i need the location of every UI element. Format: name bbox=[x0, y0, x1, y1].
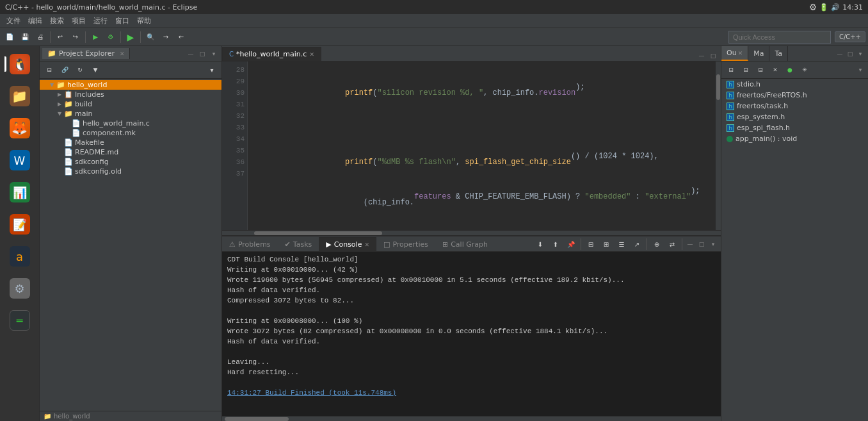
console-hscrollbar[interactable] bbox=[222, 416, 721, 421]
panel-menu-btn[interactable]: ▾ bbox=[209, 49, 219, 59]
editor-maximize-btn[interactable]: □ bbox=[708, 51, 718, 61]
save-btn[interactable]: 💾 bbox=[18, 30, 32, 44]
dock-amazon[interactable]: a bbox=[4, 241, 35, 272]
project-explorer-tab[interactable]: 📁 Project Explorer ✕ bbox=[42, 48, 130, 59]
console-tab-close[interactable]: ✕ bbox=[364, 242, 369, 248]
expand-arrow[interactable]: ▼ bbox=[50, 82, 56, 88]
link-editor-btn[interactable]: 🔗 bbox=[58, 63, 72, 77]
build-arrow[interactable]: ▶ bbox=[58, 101, 64, 107]
minimize-panel-btn[interactable]: — bbox=[186, 49, 196, 59]
menu-edit[interactable]: 编辑 bbox=[24, 15, 46, 27]
tree-item-includes[interactable]: ▶ 📋 Includes bbox=[40, 90, 221, 99]
console-pin-btn[interactable]: 📌 bbox=[564, 237, 578, 251]
tree-item-main-c[interactable]: 📄 hello_world_main.c bbox=[40, 119, 221, 128]
menu-help[interactable]: 帮助 bbox=[133, 15, 155, 27]
outline-esp-spi[interactable]: h esp_spi_flash.h bbox=[721, 122, 868, 133]
menu-project[interactable]: 项目 bbox=[68, 15, 90, 27]
dock-writer[interactable]: W bbox=[4, 145, 35, 176]
outline-filter-btn[interactable]: ⊟ bbox=[753, 63, 768, 77]
dock-calc[interactable]: 📊 bbox=[4, 177, 35, 208]
includes-arrow[interactable]: ▶ bbox=[58, 92, 64, 97]
editor-tab-close[interactable]: ✕ bbox=[309, 51, 314, 58]
menu-file[interactable]: 文件 bbox=[3, 15, 24, 27]
switch-console-btn[interactable]: ⇄ bbox=[665, 237, 679, 251]
outline-view-menu[interactable]: ▾ bbox=[855, 65, 865, 75]
main-arrow[interactable]: ▼ bbox=[58, 111, 64, 117]
console-clear-btn[interactable]: ☰ bbox=[615, 237, 629, 251]
outline-task[interactable]: h freertos/task.h bbox=[721, 101, 868, 111]
view-menu-btn[interactable]: ▾ bbox=[205, 63, 219, 77]
tab-problems[interactable]: ⚠ Problems bbox=[222, 237, 278, 251]
collapse-all-btn[interactable]: ⊟ bbox=[42, 63, 56, 77]
outline-asterisk-btn[interactable]: ✳ bbox=[798, 63, 812, 77]
outline-stdio[interactable]: h stdio.h bbox=[721, 79, 868, 90]
code-content[interactable]: printf("silicon revision %d, ", chip_inf… bbox=[248, 62, 716, 230]
outline-min-btn[interactable]: — bbox=[835, 49, 845, 59]
tab-markers[interactable]: Ma bbox=[748, 46, 769, 61]
tab-tasklist[interactable]: Ta bbox=[769, 46, 788, 61]
outline-link-btn[interactable]: ✕ bbox=[768, 63, 782, 77]
tab-properties[interactable]: □ Properties bbox=[376, 237, 435, 251]
dock-files[interactable]: 📁 bbox=[4, 81, 35, 111]
tree-item-hello-world[interactable]: ▼ 📁 hello_world bbox=[40, 80, 221, 90]
outline-max-btn[interactable]: □ bbox=[845, 49, 855, 59]
editor-minimize-btn[interactable]: — bbox=[696, 51, 707, 61]
window-controls[interactable]: ⚙ 🔋 🔊 14:31 bbox=[809, 2, 863, 12]
open-console-btn[interactable]: ↗ bbox=[630, 237, 644, 251]
outline-sort-btn[interactable]: ⊟ bbox=[724, 63, 738, 77]
tree-item-main[interactable]: ▼ 📁 main bbox=[40, 109, 221, 119]
next-btn[interactable]: → bbox=[159, 30, 173, 44]
console-build-finished[interactable]: 14:31:27 Build Finished (took 11s.748ms) bbox=[227, 388, 716, 398]
tree-item-sdkconfig-old[interactable]: 📄 sdkconfig.old bbox=[40, 167, 221, 176]
console-maximize-btn[interactable]: □ bbox=[696, 239, 707, 249]
outline-close-btn[interactable]: ✕ bbox=[738, 50, 743, 56]
editor-hscrollbar[interactable] bbox=[222, 230, 721, 235]
filter-btn[interactable]: ▼ bbox=[88, 63, 102, 77]
h-scrollbar-thumb[interactable] bbox=[254, 231, 382, 235]
scrollbar-thumb[interactable] bbox=[716, 74, 720, 100]
sync-btn[interactable]: ↻ bbox=[73, 63, 87, 77]
run-btn[interactable]: ▶ bbox=[124, 30, 138, 44]
tree-item-sdkconfig[interactable]: 📄 sdkconfig bbox=[40, 157, 221, 167]
new-console-btn[interactable]: ⊕ bbox=[650, 237, 664, 251]
editor-tab-main-c[interactable]: C *hello_world_main.c ✕ bbox=[222, 47, 321, 61]
console-menu-btn[interactable]: ▾ bbox=[708, 239, 718, 249]
print-btn[interactable]: 🖨 bbox=[33, 30, 47, 44]
dock-ubuntu[interactable]: 🐧 bbox=[4, 49, 35, 79]
perspective-cpp[interactable]: C/C++ bbox=[835, 31, 865, 42]
tree-item-component-mk[interactable]: 📄 component.mk bbox=[40, 128, 221, 138]
console-paste-btn[interactable]: ⊞ bbox=[599, 237, 613, 251]
outline-esp-system[interactable]: h esp_system.h bbox=[721, 111, 868, 122]
menu-run[interactable]: 运行 bbox=[90, 15, 111, 27]
settings-icon[interactable]: ⚙ bbox=[809, 2, 817, 12]
console-output-btn[interactable]: ⬆ bbox=[549, 237, 563, 251]
dock-terminal[interactable]: ═ bbox=[4, 305, 35, 336]
maximize-panel-btn[interactable]: □ bbox=[197, 49, 207, 59]
undo-btn[interactable]: ↩ bbox=[53, 30, 67, 44]
redo-btn[interactable]: ↪ bbox=[68, 30, 83, 44]
editor-code-area[interactable]: 28 29 30 31 32 33 34 35 36 37 bbox=[222, 62, 721, 230]
tab-outline[interactable]: Ou ✕ bbox=[721, 46, 748, 61]
menu-search[interactable]: 搜索 bbox=[46, 15, 68, 27]
outline-app-main[interactable]: app_main() : void bbox=[721, 133, 868, 144]
console-minimize-btn[interactable]: — bbox=[685, 239, 695, 249]
search-btn[interactable]: 🔍 bbox=[143, 30, 157, 44]
new-btn[interactable]: 📄 bbox=[3, 30, 17, 44]
editor-scrollbar[interactable] bbox=[716, 62, 721, 230]
tab-console[interactable]: ▶ Console ✕ bbox=[319, 237, 376, 251]
menu-window[interactable]: 窗口 bbox=[111, 15, 133, 27]
quick-access-input[interactable] bbox=[728, 31, 831, 44]
project-explorer-close-btn[interactable]: ✕ bbox=[120, 51, 125, 57]
outline-collapse-btn[interactable]: ⊟ bbox=[739, 63, 753, 77]
dock-impress[interactable]: 📝 bbox=[4, 209, 35, 240]
outline-menu-btn[interactable]: ▾ bbox=[855, 49, 865, 59]
tab-tasks[interactable]: ✔ Tasks bbox=[278, 237, 319, 251]
build-btn[interactable]: ▶ bbox=[88, 30, 102, 44]
tree-item-readme[interactable]: 📄 README.md bbox=[40, 147, 221, 157]
console-scrollbar-thumb[interactable] bbox=[225, 417, 289, 421]
dock-settings[interactable]: ⚙ bbox=[4, 273, 35, 304]
outline-freertos[interactable]: h freertos/FreeRTOS.h bbox=[721, 90, 868, 101]
outline-refresh-btn[interactable]: ● bbox=[783, 63, 797, 77]
tree-item-build[interactable]: ▶ 📁 build bbox=[40, 99, 221, 109]
debug-btn[interactable]: ⚙ bbox=[104, 30, 118, 44]
